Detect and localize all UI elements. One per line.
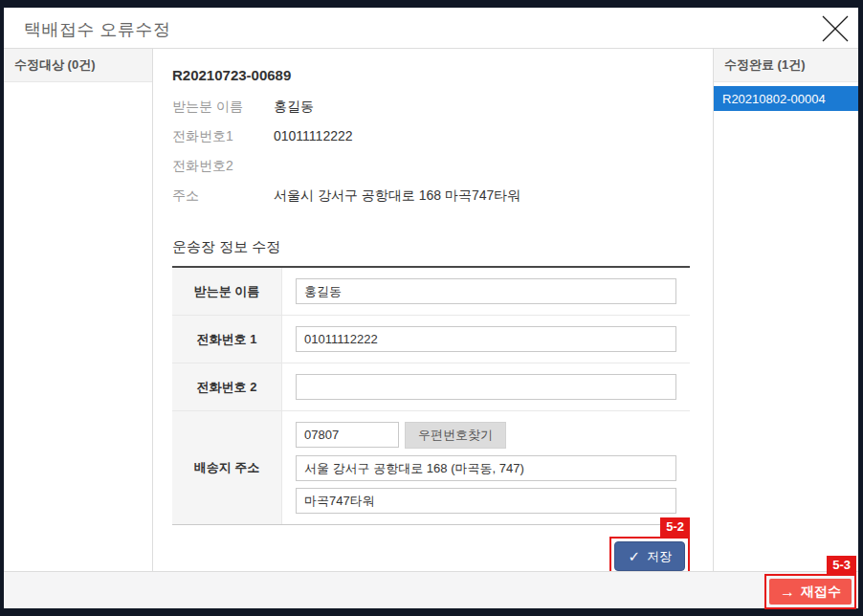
phone1-label: 전화번호 1 xyxy=(172,316,282,363)
detail-value: 01011112222 xyxy=(274,121,353,151)
form-section-title: 운송장 정보 수정 xyxy=(172,238,690,266)
save-annotation-box: 5-2 ✓ 저장 xyxy=(609,537,690,576)
address-label: 배송지 주소 xyxy=(172,411,282,524)
save-step-badge: 5-2 xyxy=(660,517,690,537)
arrow-right-icon: → xyxy=(780,583,795,601)
address-line2-input[interactable] xyxy=(296,488,676,514)
waybill-edit-form: 받는분 이름 전화번호 1 전화번호 2 xyxy=(172,266,690,525)
pending-panel: 수정대상 (0건) xyxy=(4,49,153,571)
zipcode-input[interactable] xyxy=(296,422,399,448)
dialog-footer: 5-3 → 재접수 xyxy=(4,571,858,608)
detail-label: 전화번호1 xyxy=(172,121,274,151)
detail-row-address: 주소 서울시 강서구 공항대로 168 마곡747타워 xyxy=(172,181,690,210)
completed-list-item[interactable]: R20210802-00004 xyxy=(714,86,858,111)
receipt-number: R20210723-00689 xyxy=(172,67,690,83)
completed-panel: 수정완료 (1건) R20210802-00004 xyxy=(713,49,858,571)
form-row-phone1: 전화번호 1 xyxy=(172,316,690,363)
detail-value: 서울시 강서구 공항대로 168 마곡747타워 xyxy=(274,181,520,210)
pending-panel-header: 수정대상 (0건) xyxy=(4,49,152,82)
address-line1-input[interactable] xyxy=(296,455,676,481)
close-button[interactable] xyxy=(818,11,852,46)
detail-row-recipient: 받는분 이름 홍길동 xyxy=(172,92,690,121)
form-row-phone2: 전화번호 2 xyxy=(172,363,690,411)
recipient-label: 받는분 이름 xyxy=(172,268,282,315)
form-row-address: 배송지 주소 우편번호찾기 xyxy=(172,411,690,524)
detail-row-phone2: 전화번호2 xyxy=(172,151,690,181)
close-icon xyxy=(819,33,852,47)
completed-panel-header: 수정완료 (1건) xyxy=(714,49,858,82)
recipient-name-input[interactable] xyxy=(296,278,676,304)
phone2-input[interactable] xyxy=(296,374,676,400)
detail-value: 홍길동 xyxy=(274,92,314,121)
detail-label: 받는분 이름 xyxy=(172,92,274,121)
detail-row-phone1: 전화번호1 01011112222 xyxy=(172,121,690,151)
phone1-input[interactable] xyxy=(296,326,676,352)
zipcode-search-button[interactable]: 우편번호찾기 xyxy=(405,422,506,449)
resubmit-step-badge: 5-3 xyxy=(827,556,856,575)
detail-label: 전화번호2 xyxy=(172,151,274,181)
dialog-body: 수정대상 (0건) R20210723-00689 받는분 이름 홍길동 전화번… xyxy=(4,49,858,571)
save-button[interactable]: ✓ 저장 xyxy=(614,541,685,571)
phone2-label: 전화번호 2 xyxy=(172,363,282,410)
detail-label: 주소 xyxy=(172,181,274,210)
content-area: R20210723-00689 받는분 이름 홍길동 전화번호1 0101111… xyxy=(153,49,713,571)
resubmit-button[interactable]: → 재접수 xyxy=(769,579,852,605)
resubmit-button-label: 재접수 xyxy=(801,583,841,601)
form-row-recipient: 받는분 이름 xyxy=(172,268,690,316)
save-button-label: 저장 xyxy=(647,548,672,565)
dialog-title: 택배접수 오류수정 xyxy=(24,18,171,41)
check-icon: ✓ xyxy=(628,548,640,565)
dialog-titlebar: 택배접수 오류수정 xyxy=(4,8,858,49)
resubmit-annotation-box: 5-3 → 재접수 xyxy=(764,574,856,609)
error-correction-dialog: 택배접수 오류수정 수정대상 (0건) R20210723-00689 받는분 … xyxy=(4,8,858,608)
